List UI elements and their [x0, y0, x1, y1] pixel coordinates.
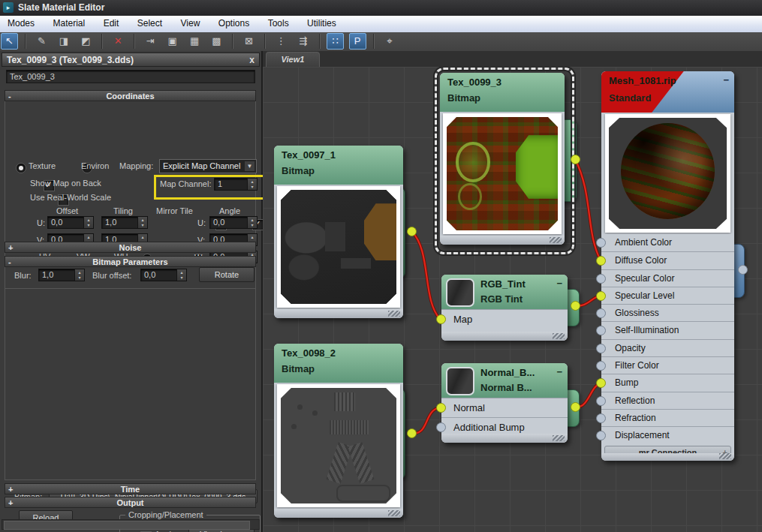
- parameter-editor-icon[interactable]: P: [349, 33, 366, 50]
- parameter-panel-header[interactable]: Tex_0099_3 (Tex_0099_3.dds) x: [2, 53, 260, 67]
- spinner-buttons-icon[interactable]: ▴▾: [137, 217, 147, 228]
- spinner-buttons-icon[interactable]: ▴▾: [247, 179, 257, 190]
- node-normal-bump[interactable]: Normal_B... Normal B... − Normal Additio…: [441, 363, 568, 443]
- tiling-u-spinner[interactable]: 1,0 ▴▾: [101, 216, 148, 229]
- resize-grip-icon[interactable]: [719, 453, 731, 459]
- node-tex-0099[interactable]: Tex_0099_3 Bitmap: [440, 73, 565, 245]
- hide-unused-nodeslots-icon[interactable]: ▣: [164, 33, 181, 50]
- show-shaded-material-icon[interactable]: ▩: [208, 33, 225, 50]
- tab-view1[interactable]: View1: [266, 52, 320, 67]
- angle-u-spinner[interactable]: 0,0 ▴▾: [209, 216, 258, 229]
- slot-opacity[interactable]: Opacity: [601, 339, 734, 356]
- mapping-dropdown[interactable]: Explicit Map Channel ▼: [159, 159, 257, 173]
- move-children-icon[interactable]: ⇥: [142, 33, 159, 50]
- node-header[interactable]: Tex_0097_1 Bitmap: [274, 146, 403, 185]
- scrollbar-thumb[interactable]: [4, 521, 250, 530]
- menu-options[interactable]: Options: [211, 16, 257, 31]
- expand-icon[interactable]: +: [8, 497, 16, 508]
- rgbtint-output-socket[interactable]: [571, 301, 580, 311]
- assign-material-icon[interactable]: ◨: [55, 33, 72, 50]
- filter-color-input-socket[interactable]: [596, 361, 606, 371]
- material-name-input[interactable]: Tex_0099_3: [6, 70, 255, 83]
- pick-material-icon[interactable]: ✎: [33, 33, 50, 50]
- resize-grip-icon[interactable]: [553, 333, 565, 339]
- normalbump-normal-slot[interactable]: Normal: [441, 398, 568, 417]
- menu-utilities[interactable]: Utilities: [300, 16, 344, 31]
- normalbump-output-socket[interactable]: [571, 402, 580, 412]
- node-tex-0097[interactable]: Tex_0097_1 Bitmap: [274, 146, 403, 318]
- expand-icon[interactable]: +: [8, 242, 16, 253]
- close-icon[interactable]: x: [249, 53, 255, 67]
- collapse-icon[interactable]: -: [8, 91, 16, 101]
- map-channel-spinner[interactable]: 1 ▴▾: [214, 178, 258, 191]
- collapse-icon[interactable]: −: [556, 278, 562, 289]
- offset-u-value[interactable]: 0,0: [48, 217, 83, 228]
- collapse-icon[interactable]: -: [8, 257, 16, 267]
- map-channel-value[interactable]: 1: [215, 179, 247, 190]
- node-canvas[interactable]: Tex_0097_1 Bitmap Tex_0098_2 Bitmap: [263, 67, 762, 532]
- slot-diffuse-color[interactable]: Diffuse Color: [601, 251, 734, 269]
- rollout-bitmap-parameters[interactable]: - Bitmap Parameters: [5, 256, 256, 267]
- mesh-output-socket[interactable]: [738, 265, 748, 275]
- resize-grip-icon[interactable]: [553, 435, 565, 441]
- node-header[interactable]: Normal_B... Normal B... −: [441, 363, 568, 398]
- bump-input-socket[interactable]: [596, 378, 606, 388]
- additional-bump-input-socket[interactable]: [436, 422, 446, 432]
- rollout-coordinates[interactable]: - Coordinates: [5, 90, 256, 101]
- menu-material[interactable]: Material: [45, 16, 92, 31]
- specular-level-input-socket[interactable]: [596, 291, 606, 301]
- delete-icon[interactable]: ✕: [110, 33, 127, 50]
- rollout-time[interactable]: + Time: [5, 483, 256, 494]
- slot-ambient-color[interactable]: Ambient Color: [601, 234, 734, 251]
- show-material-viewport-icon[interactable]: ▦: [186, 33, 203, 50]
- expand-icon[interactable]: +: [8, 484, 16, 494]
- rgbtint-map-slot[interactable]: Map: [441, 309, 568, 329]
- chevron-down-icon[interactable]: ▼: [245, 161, 255, 171]
- normal-input-socket[interactable]: [436, 403, 446, 413]
- glossiness-input-socket[interactable]: [596, 308, 606, 318]
- specular-color-input-socket[interactable]: [596, 274, 606, 284]
- spinner-buttons-icon[interactable]: ▴▾: [83, 217, 93, 228]
- put-material-icon[interactable]: ◩: [77, 33, 95, 50]
- reflection-input-socket[interactable]: [596, 396, 606, 406]
- title-bar[interactable]: ▸ Slate Material Editor: [0, 0, 762, 17]
- menu-edit[interactable]: Edit: [96, 16, 127, 31]
- node-header[interactable]: Mesh_1081.rip Standard −: [601, 71, 734, 113]
- select-icon[interactable]: ↖: [1, 33, 18, 50]
- layout-all-icon[interactable]: ⋮: [273, 33, 290, 50]
- tex0097-output-socket[interactable]: [407, 227, 417, 236]
- tex0099-output-socket[interactable]: [571, 155, 580, 164]
- tiling-u-value[interactable]: 1,0: [102, 217, 137, 228]
- node-header[interactable]: Tex_0099_3 Bitmap: [440, 73, 565, 112]
- refraction-input-socket[interactable]: [596, 413, 606, 423]
- rgbtint-map-input-socket[interactable]: [436, 314, 446, 324]
- resize-grip-icon[interactable]: [550, 237, 562, 243]
- resize-grip-icon[interactable]: [388, 510, 400, 516]
- slot-specular-level[interactable]: Specular Level: [601, 287, 734, 304]
- tex0098-output-socket[interactable]: [407, 428, 417, 438]
- rollout-noise[interactable]: + Noise: [5, 242, 256, 253]
- diffuse-color-input-socket[interactable]: [596, 256, 606, 266]
- slot-reflection[interactable]: Reflection: [601, 392, 734, 409]
- ambient-color-input-socket[interactable]: [596, 238, 606, 248]
- node-header[interactable]: RGB_Tint RGB Tint −: [441, 275, 568, 309]
- self-illumination-input-socket[interactable]: [596, 326, 606, 335]
- show-background-icon[interactable]: ⊠: [240, 33, 258, 50]
- resize-grip-icon[interactable]: [388, 311, 400, 317]
- menu-modes[interactable]: Modes: [0, 16, 42, 31]
- pan-zoom-select-icon[interactable]: ⌖: [381, 33, 399, 50]
- menu-select[interactable]: Select: [130, 16, 170, 31]
- slot-self-illumination[interactable]: Self-Illumination: [601, 321, 734, 338]
- menu-tools[interactable]: Tools: [261, 16, 297, 31]
- texture-radio[interactable]: [16, 163, 26, 173]
- slot-specular-color[interactable]: Specular Color: [601, 269, 734, 287]
- node-mesh-1081[interactable]: Mesh_1081.rip Standard − Ambient Color D…: [601, 71, 734, 461]
- displacement-input-socket[interactable]: [596, 431, 606, 440]
- angle-u-value[interactable]: 0,0: [210, 217, 247, 228]
- menu-view[interactable]: View: [173, 16, 208, 31]
- offset-u-spinner[interactable]: 0,0 ▴▾: [47, 216, 94, 229]
- collapse-icon[interactable]: −: [556, 366, 562, 377]
- collapse-icon[interactable]: −: [723, 74, 729, 86]
- slot-displacement[interactable]: Displacement: [601, 426, 734, 443]
- node-tex-0098[interactable]: Tex_0098_2 Bitmap: [274, 344, 403, 518]
